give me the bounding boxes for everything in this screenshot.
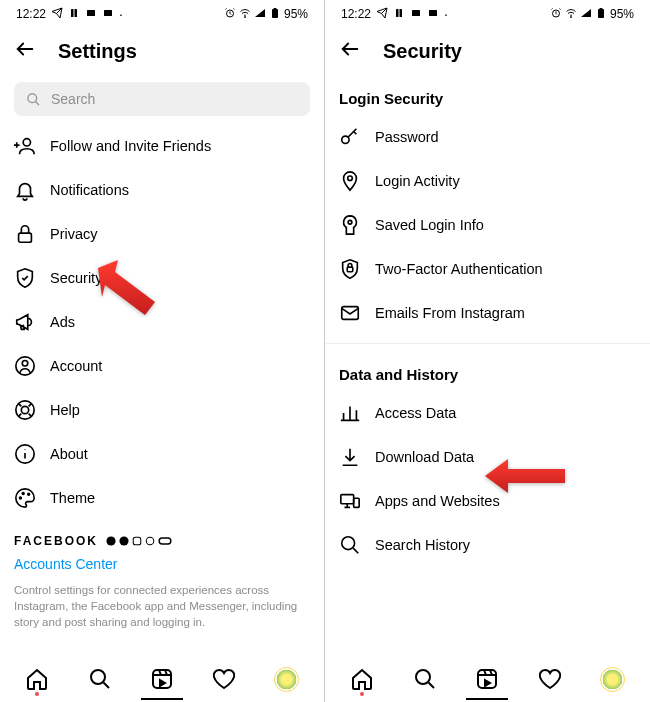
signal-icon bbox=[254, 7, 266, 22]
item-label: Security bbox=[50, 270, 102, 286]
nav-home[interactable] bbox=[349, 666, 375, 692]
item-search-history[interactable]: Search History bbox=[325, 523, 650, 567]
section-login-security: Login Security bbox=[325, 78, 650, 115]
mail-icon bbox=[339, 302, 361, 324]
svg-rect-32 bbox=[598, 9, 604, 18]
svg-rect-10 bbox=[19, 233, 32, 242]
download-icon bbox=[339, 446, 361, 468]
svg-rect-3 bbox=[104, 10, 112, 16]
search-input[interactable]: Search bbox=[14, 82, 310, 116]
item-privacy[interactable]: Privacy bbox=[0, 212, 324, 256]
devices-icon bbox=[339, 490, 361, 512]
item-label: Saved Login Info bbox=[375, 217, 484, 233]
svg-point-31 bbox=[570, 16, 571, 17]
search-icon bbox=[26, 92, 41, 107]
telegram-icon bbox=[376, 7, 388, 22]
item-security[interactable]: Security bbox=[0, 256, 324, 300]
key-icon bbox=[339, 126, 361, 148]
signal-icon bbox=[580, 7, 592, 22]
item-label: Help bbox=[50, 402, 80, 418]
nav-search[interactable] bbox=[87, 666, 113, 692]
help-icon bbox=[14, 399, 36, 421]
item-two-factor[interactable]: Two-Factor Authentication bbox=[325, 247, 650, 291]
item-download-data[interactable]: Download Data bbox=[325, 435, 650, 479]
svg-point-34 bbox=[342, 136, 349, 143]
lock-icon bbox=[14, 223, 36, 245]
svg-point-42 bbox=[416, 670, 430, 684]
header: Security bbox=[325, 24, 650, 78]
item-about[interactable]: About bbox=[0, 432, 324, 476]
item-label: Privacy bbox=[50, 226, 98, 242]
notif-icon bbox=[68, 7, 80, 22]
nav-reels[interactable] bbox=[149, 666, 175, 692]
item-label: Login Activity bbox=[375, 173, 460, 189]
battery-icon bbox=[269, 7, 281, 22]
bottom-nav bbox=[325, 658, 650, 702]
nav-profile[interactable] bbox=[274, 666, 300, 692]
item-password[interactable]: Password bbox=[325, 115, 650, 159]
nav-profile[interactable] bbox=[600, 666, 626, 692]
id2-icon bbox=[427, 7, 439, 22]
item-label: Account bbox=[50, 358, 102, 374]
item-access-data[interactable]: Access Data bbox=[325, 391, 650, 435]
item-apps-websites[interactable]: Apps and Websites bbox=[325, 479, 650, 523]
item-label: Ads bbox=[50, 314, 75, 330]
svg-rect-39 bbox=[341, 495, 354, 504]
add-person-icon bbox=[14, 135, 36, 157]
battery-pct: 95% bbox=[284, 7, 308, 21]
nav-search[interactable] bbox=[412, 666, 438, 692]
divider bbox=[325, 343, 650, 344]
back-icon[interactable] bbox=[339, 38, 361, 64]
item-saved-login[interactable]: Saved Login Info bbox=[325, 203, 650, 247]
nav-reels[interactable] bbox=[474, 666, 500, 692]
nav-activity[interactable] bbox=[537, 666, 563, 692]
id2-icon bbox=[102, 7, 114, 22]
item-login-activity[interactable]: Login Activity bbox=[325, 159, 650, 203]
svg-point-14 bbox=[21, 406, 28, 413]
item-help[interactable]: Help bbox=[0, 388, 324, 432]
svg-point-16 bbox=[20, 497, 22, 499]
svg-point-22 bbox=[146, 537, 154, 545]
item-emails[interactable]: Emails From Instagram bbox=[325, 291, 650, 335]
item-label: About bbox=[50, 446, 88, 462]
svg-rect-37 bbox=[347, 267, 353, 272]
battery-pct: 95% bbox=[610, 7, 634, 21]
wifi-icon bbox=[239, 7, 251, 22]
item-label: Theme bbox=[50, 490, 95, 506]
nav-home[interactable] bbox=[24, 666, 50, 692]
svg-point-5 bbox=[244, 16, 245, 17]
item-notifications[interactable]: Notifications bbox=[0, 168, 324, 212]
bell-icon bbox=[14, 179, 36, 201]
item-label: Follow and Invite Friends bbox=[50, 138, 211, 154]
svg-rect-28 bbox=[412, 10, 420, 16]
svg-rect-0 bbox=[71, 9, 74, 17]
svg-rect-40 bbox=[354, 498, 360, 507]
svg-point-19 bbox=[106, 536, 115, 545]
brand-row: FACEBOOK bbox=[0, 520, 324, 552]
item-ads[interactable]: Ads bbox=[0, 300, 324, 344]
item-theme[interactable]: Theme bbox=[0, 476, 324, 520]
svg-rect-2 bbox=[87, 10, 95, 16]
svg-rect-6 bbox=[272, 9, 278, 18]
header: Settings bbox=[0, 24, 324, 78]
svg-point-41 bbox=[342, 537, 355, 550]
account-icon bbox=[14, 355, 36, 377]
shield-lock-icon bbox=[339, 258, 361, 280]
item-follow-invite[interactable]: Follow and Invite Friends bbox=[0, 124, 324, 168]
accounts-center-link[interactable]: Accounts Center bbox=[0, 552, 324, 576]
avatar-icon bbox=[600, 667, 625, 692]
back-icon[interactable] bbox=[14, 38, 36, 64]
telegram-icon bbox=[51, 7, 63, 22]
search-placeholder: Search bbox=[51, 91, 95, 107]
item-label: Password bbox=[375, 129, 439, 145]
nav-activity[interactable] bbox=[211, 666, 237, 692]
item-label: Notifications bbox=[50, 182, 129, 198]
item-label: Emails From Instagram bbox=[375, 305, 525, 321]
svg-rect-23 bbox=[159, 538, 171, 544]
item-label: Download Data bbox=[375, 449, 474, 465]
dot-icon: · bbox=[444, 11, 448, 17]
svg-point-9 bbox=[23, 139, 30, 146]
shield-check-icon bbox=[14, 267, 36, 289]
notif-icon bbox=[393, 7, 405, 22]
item-account[interactable]: Account bbox=[0, 344, 324, 388]
